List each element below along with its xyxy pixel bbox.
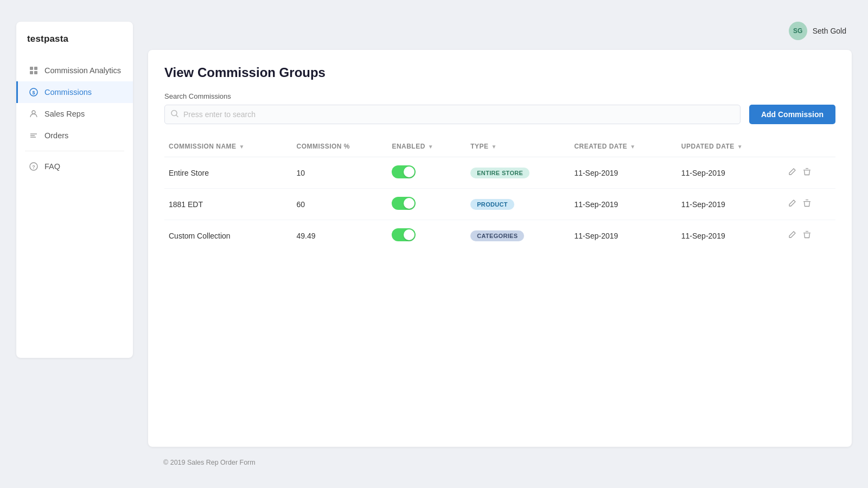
sidebar-item-faq[interactable]: ? FAQ bbox=[16, 156, 133, 177]
cell-commission-pct-2: 49.49 bbox=[292, 220, 388, 252]
sidebar-item-commission-analytics[interactable]: Commission Analytics bbox=[16, 60, 133, 81]
cell-enabled-1 bbox=[387, 189, 466, 220]
toggle-knob-1 bbox=[404, 198, 414, 209]
col-commission-name[interactable]: COMMISSION NAME ▼ bbox=[164, 136, 292, 157]
add-commission-button[interactable]: Add Commission bbox=[749, 105, 835, 124]
svg-point-6 bbox=[32, 111, 35, 114]
svg-rect-2 bbox=[30, 71, 33, 74]
cell-commission-name-2: Custom Collection bbox=[164, 220, 292, 252]
faq-icon: ? bbox=[29, 162, 39, 171]
sort-arrow-updated: ▼ bbox=[737, 144, 743, 150]
edit-icon-2[interactable] bbox=[788, 230, 796, 241]
delete-icon-0[interactable] bbox=[803, 168, 811, 178]
user-name: Seth Gold bbox=[813, 27, 846, 35]
toggle-wrap-0[interactable] bbox=[392, 165, 416, 178]
search-input[interactable] bbox=[164, 105, 741, 124]
toggle-wrap-1[interactable] bbox=[392, 197, 416, 210]
sidebar-item-sales-reps[interactable]: Sales Reps bbox=[16, 103, 133, 125]
table-row: 1881 EDT 60 PRODUCT 11-Sep-2019 11-Sep-2… bbox=[164, 189, 835, 220]
svg-text:?: ? bbox=[32, 164, 35, 170]
action-icons-0 bbox=[788, 168, 827, 178]
svg-rect-16 bbox=[803, 201, 810, 202]
footer-text: © 2019 Sales Rep Order Form bbox=[163, 459, 256, 466]
sort-arrow-type: ▼ bbox=[491, 144, 496, 150]
search-row: Add Commission bbox=[164, 105, 835, 124]
search-input-wrap bbox=[164, 105, 741, 124]
action-icons-2 bbox=[788, 230, 827, 241]
cell-actions-0 bbox=[784, 157, 835, 189]
svg-rect-15 bbox=[806, 168, 808, 169]
action-icons-1 bbox=[788, 199, 827, 209]
table-header: COMMISSION NAME ▼ COMMISSION % ENABLED ▼ bbox=[164, 136, 835, 157]
cell-updated-1: 11-Sep-2019 bbox=[677, 189, 784, 220]
svg-rect-0 bbox=[30, 67, 33, 70]
delete-icon-2[interactable] bbox=[803, 230, 811, 241]
col-actions bbox=[784, 136, 835, 157]
search-label: Search Commissions bbox=[164, 92, 835, 100]
page-title: View Commission Groups bbox=[164, 65, 835, 80]
search-section: Search Commissions Add Commission bbox=[164, 92, 835, 124]
cell-commission-name-1: 1881 EDT bbox=[164, 189, 292, 220]
sort-arrow-name: ▼ bbox=[239, 144, 245, 150]
cell-commission-pct-1: 60 bbox=[292, 189, 388, 220]
svg-rect-3 bbox=[34, 71, 37, 74]
edit-icon-0[interactable] bbox=[788, 168, 796, 178]
top-bar: SG Seth Gold bbox=[148, 22, 852, 50]
cell-updated-0: 11-Sep-2019 bbox=[677, 157, 784, 189]
type-badge-0: ENTIRE STORE bbox=[470, 168, 529, 178]
cell-created-0: 11-Sep-2019 bbox=[570, 157, 676, 189]
cell-type-2: CATEGORIES bbox=[466, 220, 570, 252]
toggle-2[interactable] bbox=[392, 228, 416, 241]
svg-rect-19 bbox=[806, 231, 808, 232]
sidebar-item-label: Sales Reps bbox=[44, 110, 85, 118]
sidebar-item-commissions[interactable]: $ Commissions bbox=[16, 81, 133, 103]
sidebar: testpasta Commission Analytics bbox=[16, 22, 133, 358]
commissions-icon: $ bbox=[29, 87, 39, 97]
sidebar-item-orders[interactable]: Orders bbox=[16, 125, 133, 146]
col-updated-date[interactable]: UPDATED DATE ▼ bbox=[677, 136, 784, 157]
svg-rect-14 bbox=[803, 170, 810, 170]
cell-commission-name-0: Entire Store bbox=[164, 157, 292, 189]
svg-rect-1 bbox=[34, 67, 37, 70]
cell-actions-2 bbox=[784, 220, 835, 252]
page-card: View Commission Groups Search Commission… bbox=[148, 50, 852, 447]
svg-rect-17 bbox=[806, 200, 808, 200]
cell-type-0: ENTIRE STORE bbox=[466, 157, 570, 189]
commission-table: COMMISSION NAME ▼ COMMISSION % ENABLED ▼ bbox=[164, 136, 835, 251]
sidebar-item-label: FAQ bbox=[44, 162, 60, 171]
col-type[interactable]: TYPE ▼ bbox=[466, 136, 570, 157]
cell-commission-pct-0: 10 bbox=[292, 157, 388, 189]
svg-line-13 bbox=[176, 115, 178, 117]
cell-created-1: 11-Sep-2019 bbox=[570, 189, 676, 220]
sidebar-divider bbox=[25, 151, 124, 151]
sales-reps-icon bbox=[29, 109, 39, 119]
analytics-icon bbox=[29, 66, 39, 75]
footer: © 2019 Sales Rep Order Form bbox=[148, 447, 852, 466]
col-created-date[interactable]: CREATED DATE ▼ bbox=[570, 136, 676, 157]
sort-arrow-enabled: ▼ bbox=[428, 144, 433, 150]
main-content: SG Seth Gold View Commission Groups Sear… bbox=[133, 22, 852, 466]
type-badge-2: CATEGORIES bbox=[470, 230, 524, 241]
sort-arrow-created: ▼ bbox=[630, 144, 635, 150]
toggle-0[interactable] bbox=[392, 165, 416, 178]
toggle-knob-0 bbox=[404, 166, 414, 177]
toggle-wrap-2[interactable] bbox=[392, 228, 416, 241]
cell-enabled-0 bbox=[387, 157, 466, 189]
sidebar-nav: Commission Analytics $ Commissions bbox=[16, 54, 133, 358]
delete-icon-1[interactable] bbox=[803, 199, 811, 209]
cell-enabled-2 bbox=[387, 220, 466, 252]
svg-text:$: $ bbox=[32, 90, 35, 95]
cell-updated-2: 11-Sep-2019 bbox=[677, 220, 784, 252]
cell-type-1: PRODUCT bbox=[466, 189, 570, 220]
sidebar-item-label: Commission Analytics bbox=[44, 66, 121, 75]
col-enabled[interactable]: ENABLED ▼ bbox=[387, 136, 466, 157]
cell-actions-1 bbox=[784, 189, 835, 220]
toggle-1[interactable] bbox=[392, 197, 416, 210]
sidebar-item-label: Orders bbox=[44, 131, 68, 140]
sidebar-brand: testpasta bbox=[16, 22, 133, 54]
table-row: Custom Collection 49.49 CATEGORIES 11-Se… bbox=[164, 220, 835, 252]
table-body: Entire Store 10 ENTIRE STORE 11-Sep-2019… bbox=[164, 157, 835, 252]
edit-icon-1[interactable] bbox=[788, 199, 796, 209]
col-commission-pct: COMMISSION % bbox=[292, 136, 388, 157]
search-icon bbox=[171, 110, 178, 119]
